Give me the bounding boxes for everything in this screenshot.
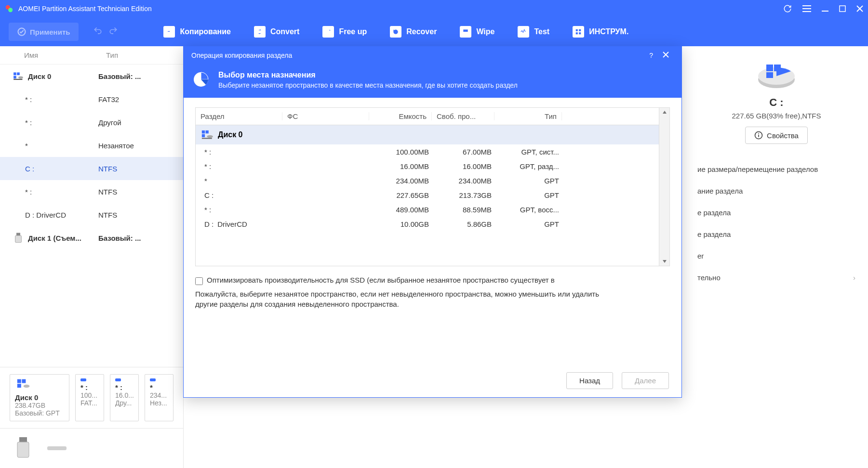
disk-row[interactable]: Диск 1 (Съем...Базовый: ...: [0, 226, 183, 249]
th-capacity[interactable]: Емкость: [369, 112, 432, 120]
row-type: Незанятое: [98, 142, 171, 150]
table-row[interactable]: D : DriverCD10.00GB5.86GBGPT: [196, 217, 659, 231]
action-item[interactable]: е раздела: [697, 223, 855, 245]
action-item[interactable]: er: [697, 245, 855, 267]
close-icon[interactable]: [856, 5, 863, 12]
properties-button[interactable]: Свойства: [745, 127, 808, 144]
scroll-up-icon[interactable]: [662, 110, 668, 115]
partition-card[interactable]: *234...Нез...: [145, 374, 174, 421]
apply-button[interactable]: Применить: [9, 23, 79, 41]
th-type[interactable]: Тип: [494, 112, 562, 120]
disk-card[interactable]: Диск 0 238.47GB Базовый: GPT: [10, 374, 69, 421]
partition-row[interactable]: * :Другой: [0, 111, 183, 134]
undo-icon[interactable]: [93, 26, 103, 38]
usage-bar: [115, 378, 121, 381]
cell-type: GPT, разд...: [496, 162, 564, 170]
disk-icon: [13, 72, 24, 80]
tool-copy[interactable]: Копирование: [152, 26, 242, 38]
row-name: Диск 0: [28, 72, 51, 80]
cell-cap: 234.00MB: [371, 177, 434, 185]
partition-card[interactable]: * :16.0...Дру...: [110, 374, 139, 421]
tool-freeup[interactable]: Free up: [311, 26, 378, 38]
action-item[interactable]: е раздела: [697, 202, 855, 223]
tool-copy-label: Копирование: [180, 27, 231, 36]
partition-row[interactable]: * :FAT32: [0, 88, 183, 111]
svg-rect-30: [766, 65, 773, 71]
svg-rect-19: [13, 79, 22, 80]
row-name: D : DriverCD: [25, 211, 66, 219]
partition-row[interactable]: D : DriverCDNTFS: [0, 203, 183, 226]
tool-wipe-label: Wipe: [476, 27, 494, 36]
table-row[interactable]: C : 227.65GB213.73GBGPT: [196, 188, 659, 202]
table-disk-row[interactable]: Диск 0: [196, 125, 659, 144]
svg-point-42: [207, 135, 213, 138]
svg-rect-2: [802, 5, 811, 6]
properties-label: Свойства: [767, 131, 799, 140]
disk-card-size: 238.47GB: [15, 402, 64, 409]
back-button[interactable]: Назад: [566, 372, 613, 389]
row-name: * :: [25, 188, 32, 196]
action-label: ание раздела: [697, 187, 743, 195]
tool-recover[interactable]: Recover: [378, 26, 448, 38]
row-type: NTFS: [98, 211, 171, 219]
table-row[interactable]: * : 16.00MB16.00MBGPT, разд...: [196, 159, 659, 173]
action-item[interactable]: ие размера/перемещение разделов: [697, 158, 855, 180]
th-fs[interactable]: ФС: [282, 112, 369, 120]
svg-rect-22: [17, 379, 21, 383]
menu-icon[interactable]: [802, 5, 811, 12]
svg-rect-31: [774, 65, 781, 71]
next-button[interactable]: Далее: [622, 372, 669, 389]
tool-convert[interactable]: Convert: [242, 26, 311, 38]
th-partition[interactable]: Раздел: [196, 112, 282, 120]
card-size: 16.0...: [115, 391, 134, 399]
partition-row[interactable]: C :NTFS: [0, 157, 183, 180]
svg-rect-34: [758, 135, 759, 137]
disk-row[interactable]: Диск 0Базовый: ...: [0, 65, 183, 88]
partition-row[interactable]: * :NTFS: [0, 180, 183, 203]
action-label: е раздела: [697, 230, 731, 238]
table-row[interactable]: * 234.00MB234.00MBGPT: [196, 173, 659, 188]
maximize-icon[interactable]: [839, 5, 846, 12]
help-icon[interactable]: ?: [644, 52, 658, 59]
table-row[interactable]: * : 489.00MB88.59MBGPT, восс...: [196, 202, 659, 217]
redo-icon[interactable]: [108, 26, 118, 38]
tool-test[interactable]: Test: [506, 26, 561, 38]
cell-cap: 227.65GB: [371, 191, 434, 199]
partition-row[interactable]: *Незанятое: [0, 134, 183, 157]
card-name: * :: [80, 383, 99, 391]
card-fs: FAT...: [80, 399, 99, 407]
tool-freeup-label: Free up: [339, 27, 367, 36]
usage-bar: [47, 446, 67, 450]
svg-rect-20: [16, 233, 20, 236]
tool-wipe[interactable]: Wipe: [448, 26, 506, 38]
cell-part: D :: [204, 220, 214, 228]
svg-rect-43: [202, 138, 212, 139]
row-type: FAT32: [98, 95, 171, 104]
refresh-icon[interactable]: [783, 4, 792, 13]
bottom-strip: [0, 428, 183, 468]
action-item[interactable]: тельно›: [697, 267, 855, 288]
partition-card[interactable]: * :100...FAT...: [75, 374, 104, 421]
tool-convert-label: Convert: [270, 27, 299, 36]
dialog-close-icon[interactable]: [658, 52, 674, 59]
apply-label: Применить: [30, 28, 70, 36]
scrollbar[interactable]: [659, 108, 669, 266]
ssd-optimize-label: Оптимизировать производительность для SS…: [207, 276, 555, 284]
column-header: Имя Тип: [0, 46, 183, 65]
dialog-titlebar: Операция копирования раздела ?: [184, 47, 681, 64]
tool-tools[interactable]: ИНСТРУМ.: [561, 26, 640, 38]
card-fs: Дру...: [115, 399, 134, 407]
card-fs: Нез...: [150, 399, 168, 407]
scroll-down-icon[interactable]: [662, 259, 668, 264]
table-row[interactable]: * : 100.00MB67.00MBGPT, сист...: [196, 144, 659, 159]
partition-table: Раздел ФС Емкость Своб. про... Тип Диск …: [195, 107, 670, 266]
action-label: е раздела: [697, 208, 731, 217]
card-size: 234...: [150, 391, 168, 399]
disk-list[interactable]: Диск 0Базовый: ...* :FAT32* :Другой*Неза…: [0, 65, 183, 367]
ssd-optimize-checkbox[interactable]: [195, 277, 203, 285]
th-free[interactable]: Своб. про...: [432, 112, 494, 120]
svg-rect-12: [579, 29, 581, 31]
action-item[interactable]: ание раздела: [697, 180, 855, 202]
col-name: Имя: [10, 51, 106, 59]
minimize-icon[interactable]: [822, 5, 828, 12]
